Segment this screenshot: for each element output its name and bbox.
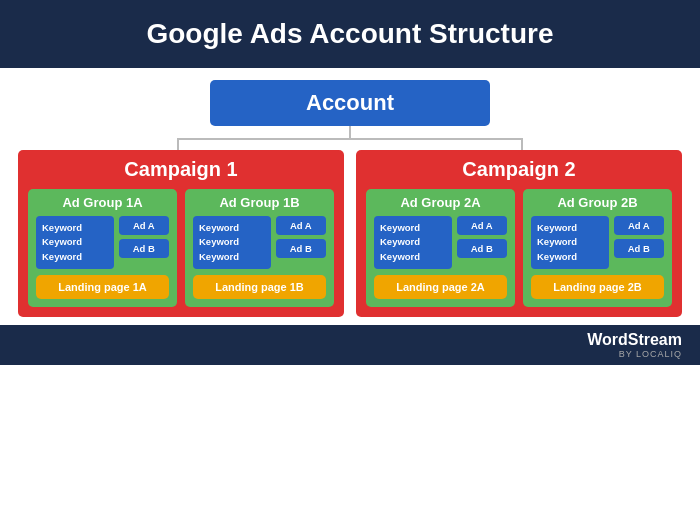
branch-right [521, 140, 523, 150]
campaign-tree [18, 138, 682, 150]
v-connector-top [349, 126, 351, 138]
campaigns-row: Campaign 1 Ad Group 1A KeywordKeywordKey… [18, 150, 682, 317]
brand-sub: BY LOCALIQ [619, 349, 682, 359]
adgroup-2b-ad-a: Ad A [614, 216, 664, 235]
adgroup-1a-landing: Landing page 1A [36, 275, 169, 299]
adgroup-2a-title: Ad Group 2A [374, 195, 507, 210]
adgroup-2a-ad-b: Ad B [457, 239, 507, 258]
page-header: Google Ads Account Structure [0, 0, 700, 68]
adgroup-1a-ads: Ad A Ad B [119, 216, 169, 269]
adgroup-2a-landing: Landing page 2A [374, 275, 507, 299]
adgroup-1b-keywords: KeywordKeywordKeyword [193, 216, 271, 269]
adgroup-1a-ad-a: Ad A [119, 216, 169, 235]
branch-lines [177, 140, 522, 150]
branch-left [177, 140, 179, 150]
adgroup-2a-ads: Ad A Ad B [457, 216, 507, 269]
campaign-1-block: Campaign 1 Ad Group 1A KeywordKeywordKey… [18, 150, 344, 317]
account-label: Account [306, 90, 394, 115]
main-content: Account Campaign 1 Ad Group 1A KeywordKe… [0, 68, 700, 325]
adgroup-1b-ads: Ad A Ad B [276, 216, 326, 269]
adgroup-1b-title: Ad Group 1B [193, 195, 326, 210]
campaign-1-title: Campaign 1 [28, 158, 334, 181]
brand-name: WordStream [587, 331, 682, 349]
adgroup-2a-ad-a: Ad A [457, 216, 507, 235]
adgroup-2b-ad-b: Ad B [614, 239, 664, 258]
page-title: Google Ads Account Structure [146, 18, 553, 49]
campaign-2-adgroups: Ad Group 2A KeywordKeywordKeyword Ad A A… [366, 189, 672, 307]
adgroup-2b: Ad Group 2B KeywordKeywordKeyword Ad A A… [523, 189, 672, 307]
adgroup-1b-kw-ads: KeywordKeywordKeyword Ad A Ad B [193, 216, 326, 269]
adgroup-1b-landing: Landing page 1B [193, 275, 326, 299]
adgroup-1a-ad-b: Ad B [119, 239, 169, 258]
adgroup-1a-title: Ad Group 1A [36, 195, 169, 210]
campaign-2-title: Campaign 2 [366, 158, 672, 181]
wordstream-logo: WordStream BY LOCALIQ [587, 331, 682, 359]
adgroup-2a-kw-ads: KeywordKeywordKeyword Ad A Ad B [374, 216, 507, 269]
adgroup-2a: Ad Group 2A KeywordKeywordKeyword Ad A A… [366, 189, 515, 307]
footer: WordStream BY LOCALIQ [0, 325, 700, 365]
adgroup-1b-ad-a: Ad A [276, 216, 326, 235]
account-box: Account [210, 80, 490, 126]
adgroup-2a-keywords: KeywordKeywordKeyword [374, 216, 452, 269]
adgroup-1a-keywords: KeywordKeywordKeyword [36, 216, 114, 269]
adgroup-2b-ads: Ad A Ad B [614, 216, 664, 269]
adgroup-1b-ad-b: Ad B [276, 239, 326, 258]
adgroup-2b-keywords: KeywordKeywordKeyword [531, 216, 609, 269]
adgroup-2b-kw-ads: KeywordKeywordKeyword Ad A Ad B [531, 216, 664, 269]
adgroup-2b-title: Ad Group 2B [531, 195, 664, 210]
campaign-2-block: Campaign 2 Ad Group 2A KeywordKeywordKey… [356, 150, 682, 317]
adgroup-2b-landing: Landing page 2B [531, 275, 664, 299]
adgroup-1a-kw-ads: KeywordKeywordKeyword Ad A Ad B [36, 216, 169, 269]
adgroup-1a: Ad Group 1A KeywordKeywordKeyword Ad A A… [28, 189, 177, 307]
adgroup-1b: Ad Group 1B KeywordKeywordKeyword Ad A A… [185, 189, 334, 307]
campaign-1-adgroups: Ad Group 1A KeywordKeywordKeyword Ad A A… [28, 189, 334, 307]
